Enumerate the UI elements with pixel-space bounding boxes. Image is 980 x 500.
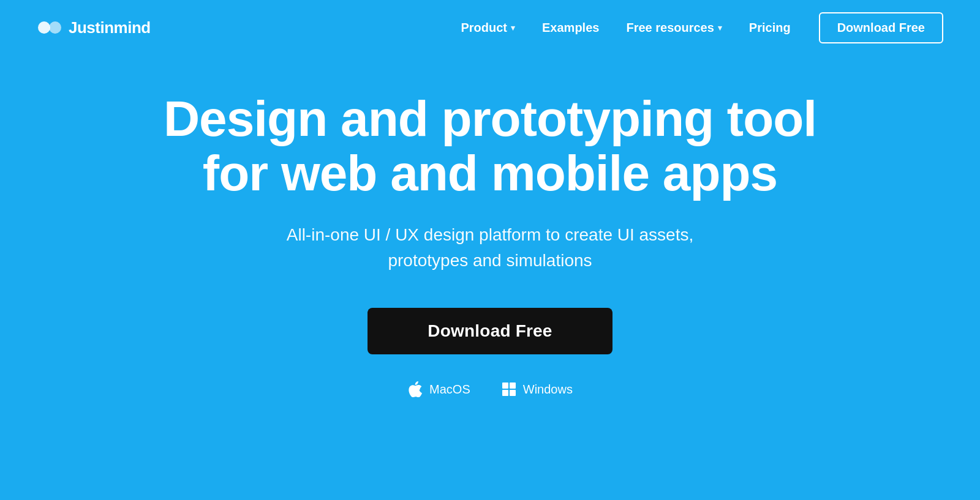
nav-item-product[interactable]: Product ▾ <box>450 16 526 40</box>
chevron-down-icon: ▾ <box>511 23 515 32</box>
windows-icon <box>501 381 517 397</box>
macos-label: MacOS <box>429 382 470 397</box>
nav-links: Product ▾ Examples Free resources ▾ Pric… <box>450 12 943 43</box>
logo-text: Justinmind <box>69 18 151 37</box>
hero-download-button[interactable]: Download Free <box>368 308 612 354</box>
svg-point-1 <box>49 21 61 34</box>
logo[interactable]: Justinmind <box>37 15 151 40</box>
nav-product-label: Product <box>461 21 507 35</box>
windows-label: Windows <box>523 382 573 397</box>
hero-title: Design and prototyping tool for web and … <box>153 92 827 200</box>
chevron-down-icon-2: ▾ <box>718 23 722 32</box>
navbar: Justinmind Product ▾ Examples Free resou… <box>0 0 980 55</box>
hero-subtitle: All-in-one UI / UX design platform to cr… <box>282 222 698 274</box>
platform-windows[interactable]: Windows <box>501 381 573 397</box>
nav-examples-label: Examples <box>542 21 599 35</box>
platform-macos[interactable]: MacOS <box>407 381 470 397</box>
nav-item-free-resources[interactable]: Free resources ▾ <box>615 16 733 40</box>
logo-icon <box>37 15 62 40</box>
hero-section: Design and prototyping tool for web and … <box>0 55 980 397</box>
nav-download-button[interactable]: Download Free <box>819 12 943 43</box>
nav-pricing-label: Pricing <box>749 21 791 35</box>
svg-point-0 <box>38 21 50 34</box>
apple-icon <box>407 381 423 397</box>
platform-badges: MacOS Windows <box>407 381 573 397</box>
nav-free-resources-label: Free resources <box>626 21 714 35</box>
nav-item-examples[interactable]: Examples <box>531 16 610 40</box>
nav-item-pricing[interactable]: Pricing <box>738 16 802 40</box>
